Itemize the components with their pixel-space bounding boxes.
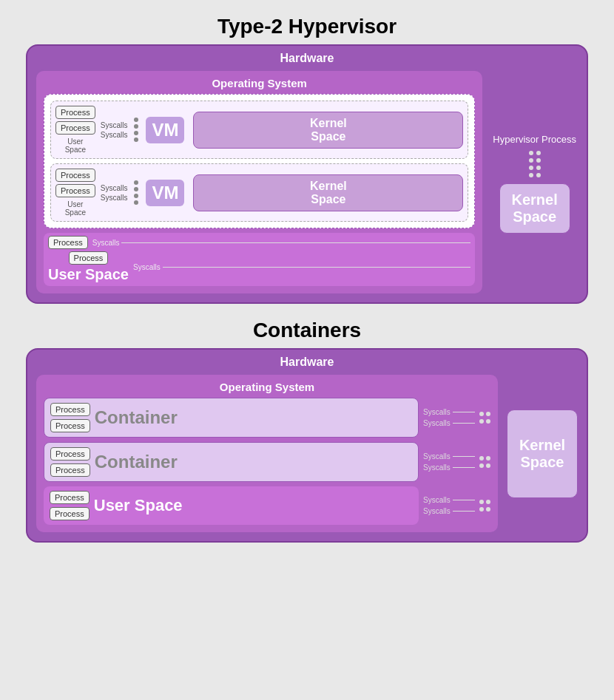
containers-hardware-label: Hardware bbox=[35, 356, 579, 369]
cont-userspace-label: User Space bbox=[94, 496, 183, 515]
cont-userspace-process2: Process bbox=[50, 507, 90, 520]
container1-syscalls2: Syscalls bbox=[423, 419, 451, 427]
vm2-row: Process Process UserSpace Syscalls Sysca… bbox=[50, 163, 468, 222]
vm2-user-space: UserSpace bbox=[55, 200, 95, 217]
userspace-syscalls1-label: Syscalls bbox=[92, 239, 120, 247]
vm1-syscalls2: Syscalls bbox=[101, 131, 128, 139]
vm1-kernel-space: KernelSpace bbox=[193, 112, 463, 149]
vm2-process2: Process bbox=[55, 184, 95, 197]
container1-process2: Process bbox=[50, 419, 90, 432]
container2-syscalls1: Syscalls bbox=[423, 452, 451, 461]
hypervisor-hardware-label: Hardware bbox=[35, 52, 579, 65]
cont-userspace-syscalls1: Syscalls bbox=[423, 496, 451, 504]
vm2-label: VM bbox=[146, 180, 184, 206]
userspace-label: User Space bbox=[48, 266, 129, 283]
hypervisor-kernel-space: KernelSpace bbox=[499, 183, 570, 234]
vm1-label: VM bbox=[146, 117, 184, 143]
hypervisor-hardware-box: Hardware Operating System Process bbox=[26, 44, 588, 304]
hypervisor-process-label: Hypervisor Process bbox=[490, 131, 579, 148]
container1-syscalls1: Syscalls bbox=[423, 408, 451, 416]
hypervisor-os-label: Operating System bbox=[44, 77, 475, 89]
containers-title: Containers bbox=[253, 319, 361, 342]
container1-row: Process Process Container Syscalls bbox=[44, 398, 490, 438]
containers-hardware-box: Hardware Operating System Process Proces… bbox=[26, 348, 588, 543]
container2-process1: Process bbox=[50, 447, 90, 461]
userspace-syscalls2-label: Syscalls bbox=[133, 263, 161, 271]
containers-userspace-row: Process Process User Space Syscalls Sy bbox=[44, 486, 490, 525]
hypervisor-os-box: Operating System Process bbox=[35, 69, 484, 295]
containers-os-box: Operating System Process Process Contain… bbox=[35, 373, 499, 534]
container2-row: Process Process Container Syscalls Sys bbox=[44, 442, 490, 482]
vm2-kernel-space: KernelSpace bbox=[193, 174, 463, 211]
container1-label: Container bbox=[95, 407, 178, 428]
vm2-syscalls2: Syscalls bbox=[101, 194, 128, 202]
vm1-syscalls1: Syscalls bbox=[101, 121, 128, 129]
container1-process1: Process bbox=[50, 403, 90, 416]
cont-userspace-process1: Process bbox=[50, 491, 90, 504]
vm2-process1: Process bbox=[55, 169, 95, 182]
container2-label: Container bbox=[95, 452, 178, 472]
vm1-process2: Process bbox=[55, 121, 95, 135]
containers-kernel-space: KernelSpace bbox=[507, 410, 578, 498]
userspace-process2: Process bbox=[69, 251, 109, 265]
userspace-process1: Process bbox=[48, 236, 88, 249]
vm2-syscalls1: Syscalls bbox=[101, 184, 128, 192]
vm1-user-space: UserSpace bbox=[55, 137, 95, 154]
containers-os-label: Operating System bbox=[44, 381, 490, 393]
hypervisor-title: Type-2 Hypervisor bbox=[217, 15, 397, 38]
vm1-process1: Process bbox=[55, 106, 95, 119]
cont-userspace-syscalls2: Syscalls bbox=[423, 507, 451, 515]
vm1-row: Process Process UserSpace Syscalls Sys bbox=[50, 101, 468, 159]
container2-syscalls2: Syscalls bbox=[423, 463, 451, 472]
container2-process2: Process bbox=[50, 463, 90, 477]
